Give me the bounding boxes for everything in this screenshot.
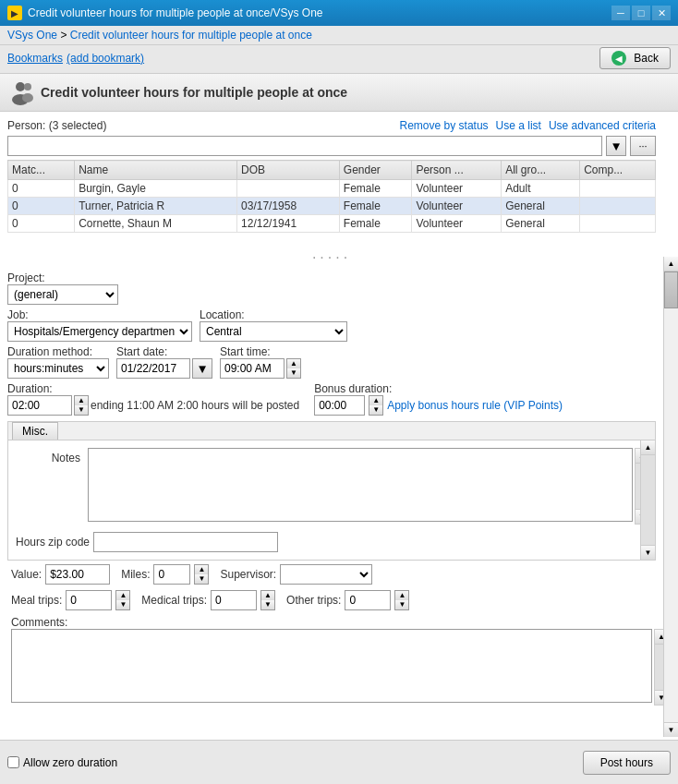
other-down[interactable]: ▼ (395, 600, 408, 609)
meal-down[interactable]: ▼ (116, 600, 129, 609)
person-more-button[interactable]: ··· (630, 136, 656, 156)
back-button[interactable]: ◀ Back (599, 47, 671, 69)
location-label: Location: (200, 308, 347, 321)
bookmarks-link[interactable]: Bookmarks (7, 52, 63, 65)
start-time-up[interactable]: ▲ (287, 359, 300, 368)
other-up[interactable]: ▲ (395, 591, 408, 600)
miles-label: Miles: (121, 568, 150, 581)
nav-vsys-one[interactable]: VSys One (7, 29, 57, 42)
start-date-dropdown[interactable]: ▼ (192, 358, 212, 379)
nav-page-link[interactable]: Credit volunteer hours for multiple peop… (70, 29, 312, 42)
page-title: Credit volunteer hours for multiple peop… (41, 85, 347, 100)
other-trips-input[interactable] (345, 590, 391, 610)
svg-point-0 (16, 82, 25, 91)
notes-textarea[interactable] (88, 448, 633, 522)
duration-up[interactable]: ▲ (75, 396, 88, 405)
miles-up[interactable]: ▲ (195, 565, 208, 574)
allow-zero-label: Allow zero duration (23, 756, 117, 769)
form-section: Project: (general) Job: Hospitals/Emerge… (7, 268, 656, 709)
misc-tab[interactable]: Misc. (12, 422, 58, 440)
medical-trips-spinner[interactable]: ▲ ▼ (260, 590, 275, 610)
value-label: Value: (11, 568, 42, 581)
bonus-duration-spinner[interactable]: ▲ ▼ (369, 395, 383, 416)
duration-method-label: Duration method: (7, 345, 109, 358)
bonus-up[interactable]: ▲ (369, 396, 382, 405)
back-arrow-icon: ◀ (611, 51, 626, 66)
bonus-duration-input[interactable] (314, 395, 365, 416)
person-table: Matc... Name DOB Gender Person ... All g… (7, 160, 656, 233)
back-button-label: Back (634, 52, 659, 65)
location-select[interactable]: Central (200, 321, 347, 342)
apply-bonus-link[interactable]: Apply bonus hours rule (VIP Points) (387, 399, 563, 412)
col-dob: DOB (237, 161, 340, 180)
project-select[interactable]: (general) (7, 284, 118, 305)
start-date-label: Start date: (116, 345, 212, 358)
close-button[interactable]: ✕ (652, 6, 671, 20)
duration-down[interactable]: ▼ (75, 405, 88, 415)
window-controls: ─ □ ✕ (611, 6, 671, 20)
table-row[interactable]: 0Burgin, GayleFemaleVolunteerAdult (8, 180, 656, 198)
other-trips-spinner[interactable]: ▲ ▼ (394, 590, 409, 610)
zipcode-row: Hours zip code (16, 532, 633, 552)
value-input[interactable] (45, 564, 110, 585)
nav-bar: VSys One > Credit volunteer hours for mu… (0, 26, 678, 45)
minimize-button[interactable]: ─ (611, 6, 630, 20)
comments-section: Comments: ▲ ▼ (7, 616, 656, 706)
notes-section: Notes ▲ ▼ (16, 448, 633, 525)
person-search-input[interactable] (7, 136, 602, 156)
allow-zero-section: Allow zero duration (7, 756, 117, 769)
add-bookmark-link[interactable]: (add bookmark) (67, 52, 144, 65)
supervisor-select[interactable] (280, 564, 372, 585)
remove-by-status-link[interactable]: Remove by status (400, 119, 489, 132)
meal-trips-spinner[interactable]: ▲ ▼ (115, 590, 130, 610)
duration-method-select[interactable]: hours:minutes (7, 358, 109, 379)
tab-scroll-down[interactable]: ▼ (641, 545, 655, 560)
person-input-row: ▼ ··· (7, 136, 656, 156)
person-section: Person: (3 selected) Remove by status Us… (7, 119, 656, 233)
medical-down[interactable]: ▼ (261, 600, 274, 609)
allow-zero-checkbox[interactable] (7, 756, 19, 768)
outer-scroll-up[interactable]: ▲ (664, 257, 678, 271)
miles-input[interactable] (153, 564, 190, 585)
title-bar: ▶ Credit volunteer hours for multiple pe… (0, 0, 678, 26)
duration-spinner[interactable]: ▲ ▼ (74, 395, 89, 416)
meal-trips-input[interactable] (66, 590, 112, 610)
medical-up[interactable]: ▲ (261, 591, 274, 600)
ending-text: ending 11:00 AM 2:00 hours will be poste… (91, 399, 299, 412)
col-gender: Gender (339, 161, 412, 180)
miles-spinner[interactable]: ▲ ▼ (194, 564, 209, 585)
footer-bar: Allow zero duration Post hours (0, 740, 678, 784)
svg-point-3 (22, 93, 33, 103)
hours-zip-label: Hours zip code (16, 536, 90, 549)
use-advanced-criteria-link[interactable]: Use advanced criteria (549, 119, 656, 132)
post-hours-button[interactable]: Post hours (583, 751, 671, 775)
start-time-spinner[interactable]: ▲ ▼ (286, 358, 301, 379)
start-time-down[interactable]: ▼ (287, 368, 300, 378)
miles-down[interactable]: ▼ (195, 574, 208, 584)
table-row[interactable]: 0Cornette, Shaun M12/12/1941FemaleVolunt… (8, 215, 656, 233)
col-match: Matc... (8, 161, 75, 180)
bonus-down[interactable]: ▼ (369, 405, 382, 415)
col-name: Name (75, 161, 237, 180)
person-dropdown-button[interactable]: ▼ (606, 136, 626, 156)
tab-scrollbar: ▲ ▼ (640, 440, 655, 560)
maximize-button[interactable]: □ (632, 6, 650, 20)
start-date-input[interactable] (116, 358, 190, 379)
outer-scroll-down[interactable]: ▼ (664, 722, 678, 737)
tab-scroll-up[interactable]: ▲ (641, 440, 655, 455)
project-label: Project: (7, 271, 656, 284)
outer-scroll-thumb[interactable] (664, 271, 678, 308)
start-time-input[interactable] (220, 358, 285, 379)
hours-zip-input[interactable] (93, 532, 278, 552)
comments-label: Comments: (11, 616, 652, 629)
table-row[interactable]: 0Turner, Patricia R03/17/1958FemaleVolun… (8, 198, 656, 215)
meal-up[interactable]: ▲ (116, 591, 129, 600)
use-a-list-link[interactable]: Use a list (496, 119, 541, 132)
duration-input[interactable] (7, 395, 72, 416)
comments-textarea[interactable] (11, 629, 652, 703)
start-time-label: Start time: (220, 345, 301, 358)
job-select[interactable]: Hospitals/Emergency department (7, 321, 192, 342)
value-row: Value: Miles: ▲ ▼ Supervisor: (7, 564, 656, 585)
page-icon (7, 79, 33, 105)
medical-trips-input[interactable] (211, 590, 257, 610)
